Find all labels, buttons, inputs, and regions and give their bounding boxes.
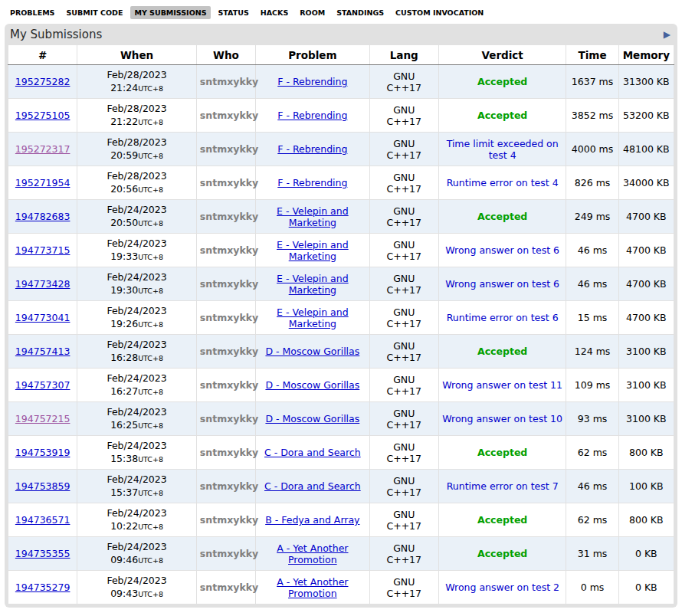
problem-link[interactable]: E - Velepin and Marketing (277, 239, 349, 262)
verdict-cell: Wrong answer on test 10 (438, 402, 566, 436)
problem-link[interactable]: F - Rebrending (277, 110, 347, 121)
user-link[interactable]: sntmxykky (200, 211, 258, 222)
submission-id-link[interactable]: 194735355 (15, 548, 70, 559)
user-link[interactable]: sntmxykky (200, 582, 258, 593)
nav-item-problems[interactable]: PROBLEMS (6, 6, 58, 19)
problem-link[interactable]: C - Dora and Search (264, 480, 361, 492)
submission-id-link[interactable]: 194782683 (15, 211, 70, 222)
user-link[interactable]: sntmxykky (200, 480, 258, 492)
submission-id-link[interactable]: 194736571 (15, 514, 70, 526)
verdict-text[interactable]: Wrong answer on test 6 (445, 278, 559, 290)
problem-link[interactable]: F - Rebrending (277, 76, 347, 87)
problem-link[interactable]: E - Velepin and Marketing (277, 205, 349, 228)
language-label: GNU C++17 (385, 576, 423, 599)
nav-item-status[interactable]: STATUS (215, 6, 253, 19)
user-link[interactable]: sntmxykky (200, 514, 258, 526)
verdict-text[interactable]: Runtime error on test 7 (447, 480, 559, 492)
memory-cell: 53200 KB (618, 99, 674, 133)
problem-link[interactable]: F - Rebrending (277, 177, 347, 188)
problem-link[interactable]: E - Velepin and Marketing (277, 306, 349, 329)
language-label: GNU C++17 (385, 205, 423, 228)
table-row: 194735279Feb/24/202309:43UTC+8sntmxykkyA… (8, 571, 674, 605)
verdict-text[interactable]: Wrong answer on test 10 (442, 413, 562, 424)
verdict-text[interactable]: Accepted (477, 514, 527, 526)
user-link[interactable]: sntmxykky (200, 413, 258, 424)
verdict-text[interactable]: Accepted (477, 447, 527, 458)
verdict-text[interactable]: Wrong answer on test 11 (442, 379, 562, 391)
submission-id-link[interactable]: 194773428 (15, 278, 70, 290)
time-cell: 62 ms (566, 503, 618, 537)
submission-time: 16:25UTC+8 (80, 419, 193, 432)
who-cell: sntmxykky (196, 537, 255, 571)
submission-id-link[interactable]: 194757215 (15, 413, 70, 424)
nav-item-hacks[interactable]: HACKS (257, 6, 292, 19)
problem-link[interactable]: B - Fedya and Array (265, 514, 359, 526)
problem-link[interactable]: D - Moscow Gorillas (265, 413, 359, 424)
user-link[interactable]: sntmxykky (200, 244, 258, 256)
timezone-label: UTC+8 (138, 354, 163, 362)
user-link[interactable]: sntmxykky (200, 379, 258, 391)
problem-cell: E - Velepin and Marketing (256, 267, 370, 301)
submission-id-cell: 194773428 (8, 267, 77, 301)
user-link[interactable]: sntmxykky (200, 76, 258, 87)
submission-id-cell: 195275282 (8, 65, 77, 99)
submission-id-link[interactable]: 195272317 (15, 143, 70, 155)
verdict-text[interactable]: Accepted (477, 110, 527, 121)
time-cell: 15 ms (566, 301, 618, 335)
when-cell: Feb/24/202316:28UTC+8 (77, 335, 197, 369)
user-link[interactable]: sntmxykky (200, 447, 258, 458)
memory-cell: 3100 KB (618, 402, 674, 436)
nav-item-custom-invocation[interactable]: CUSTOM INVOCATION (392, 6, 487, 19)
nav-item-room[interactable]: ROOM (296, 6, 329, 19)
lang-cell: GNU C++17 (369, 369, 438, 402)
problem-link[interactable]: E - Velepin and Marketing (277, 273, 349, 296)
submissions-datatable: My Submissions ▶ #WhenWhoProblemLangVerd… (5, 24, 677, 608)
user-link[interactable]: sntmxykky (200, 346, 258, 357)
submission-id-link[interactable]: 194773715 (15, 244, 70, 256)
verdict-text[interactable]: Runtime error on test 4 (447, 177, 559, 188)
submission-id-link[interactable]: 195275105 (15, 110, 70, 121)
submission-id-link[interactable]: 195275282 (15, 76, 70, 87)
problem-cell: A - Yet Another Promotion (256, 571, 370, 605)
submission-id-cell: 194753919 (8, 436, 77, 470)
language-label: GNU C++17 (385, 172, 423, 195)
submission-id-link[interactable]: 194773041 (15, 312, 70, 323)
verdict-text[interactable]: Accepted (477, 346, 527, 357)
submission-id-link[interactable]: 194757413 (15, 346, 70, 357)
nav-item-standings[interactable]: STANDINGS (333, 6, 388, 19)
when-cell: Feb/24/202319:33UTC+8 (77, 234, 197, 267)
problem-link[interactable]: C - Dora and Search (264, 447, 361, 458)
user-link[interactable]: sntmxykky (200, 143, 258, 155)
submission-id-link[interactable]: 194753919 (15, 447, 70, 458)
problem-link[interactable]: F - Rebrending (277, 143, 347, 155)
problem-link[interactable]: A - Yet Another Promotion (277, 576, 348, 599)
user-link[interactable]: sntmxykky (200, 177, 258, 188)
expand-arrow-icon[interactable]: ▶ (664, 29, 671, 40)
nav-item-my-submissions[interactable]: MY SUBMISSIONS (130, 6, 210, 19)
nav-item-submit-code[interactable]: SUBMIT CODE (62, 6, 126, 19)
problem-link[interactable]: A - Yet Another Promotion (277, 542, 348, 565)
submission-id-link[interactable]: 195271954 (15, 177, 70, 188)
submission-id-link[interactable]: 194735279 (15, 582, 70, 593)
problem-link[interactable]: D - Moscow Gorillas (265, 379, 359, 391)
problem-cell: E - Velepin and Marketing (256, 200, 370, 234)
column-header-verdict: Verdict (438, 45, 566, 65)
user-link[interactable]: sntmxykky (200, 548, 258, 559)
verdict-text[interactable]: Time limit exceeded on test 4 (447, 138, 559, 161)
problem-link[interactable]: D - Moscow Gorillas (265, 346, 359, 357)
verdict-text[interactable]: Accepted (477, 76, 527, 87)
verdict-text[interactable]: Runtime error on test 6 (447, 312, 559, 323)
verdict-text[interactable]: Accepted (477, 211, 527, 222)
submission-id-link[interactable]: 194757307 (15, 379, 70, 391)
verdict-text[interactable]: Wrong answer on test 6 (445, 244, 559, 256)
user-link[interactable]: sntmxykky (200, 110, 258, 121)
verdict-cell: Accepted (438, 99, 566, 133)
verdict-cell: Wrong answer on test 11 (438, 369, 566, 402)
verdict-text[interactable]: Accepted (477, 548, 527, 559)
submission-id-link[interactable]: 194753859 (15, 480, 70, 492)
memory-cell: 0 KB (618, 537, 674, 571)
table-row: 195272317Feb/28/202320:59UTC+8sntmxykkyF… (8, 133, 674, 166)
verdict-text[interactable]: Wrong answer on test 2 (445, 582, 559, 593)
user-link[interactable]: sntmxykky (200, 312, 258, 323)
user-link[interactable]: sntmxykky (200, 278, 258, 290)
